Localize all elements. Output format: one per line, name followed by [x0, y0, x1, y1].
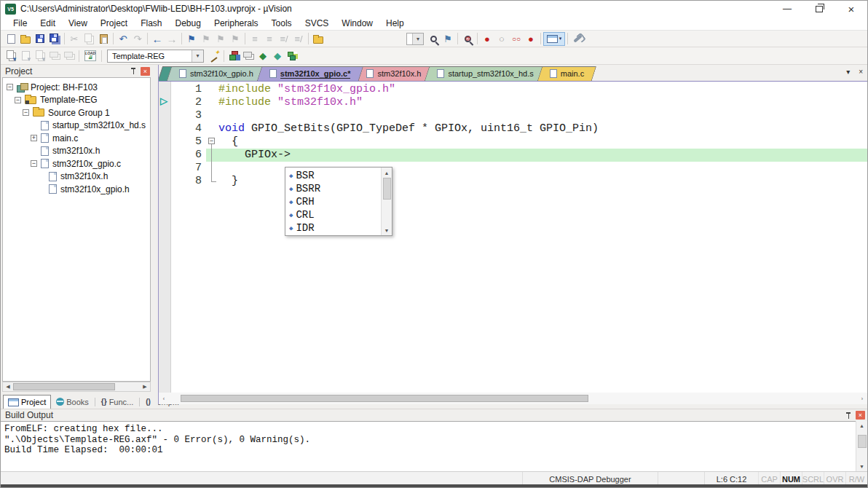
code-line[interactable]: 4void GPIO_SetBits(GPIO_TypeDef * GPIOx,…	[159, 122, 867, 135]
rebuild-button[interactable]: ▼	[33, 49, 47, 63]
tree-item[interactable]: stm32f10x.h	[3, 170, 150, 184]
configure-tools-button[interactable]	[570, 32, 585, 46]
find-button[interactable]	[460, 32, 475, 46]
scroll-down-icon[interactable]: ▼	[384, 225, 390, 235]
minimize-button[interactable]: —	[771, 1, 803, 17]
autocomplete-item[interactable]: ◆IDR	[285, 221, 381, 235]
kill-all-breakpoints-button[interactable]: ●	[524, 32, 538, 46]
insert-breakpoint-button[interactable]: ●	[480, 32, 494, 46]
redo-button[interactable]: ↷	[130, 32, 145, 46]
code-line[interactable]: 3	[159, 109, 867, 122]
autocomplete-item[interactable]: ◆CRH	[285, 195, 381, 208]
project-tree-hscrollbar[interactable]: ◀ ▶	[2, 382, 151, 392]
scroll-thumb[interactable]	[13, 383, 115, 390]
scroll-track[interactable]	[13, 382, 140, 391]
incremental-find-button[interactable]: ⚑	[441, 32, 455, 46]
panel-splitter[interactable]	[152, 65, 158, 409]
edit-config-button[interactable]	[311, 32, 326, 46]
menu-window[interactable]: Window	[335, 17, 379, 30]
workspace-tab-func[interactable]: {}Func...	[96, 395, 138, 409]
menu-help[interactable]: Help	[379, 17, 411, 30]
tree-item[interactable]: −Source Group 1	[3, 106, 150, 119]
build-button[interactable]: ▼	[18, 49, 33, 63]
workspace-tab-project[interactable]: Project	[3, 395, 51, 409]
download-button[interactable]: LOAD⇊	[82, 49, 99, 63]
scroll-track[interactable]	[169, 394, 857, 403]
scroll-up-icon[interactable]: ▲	[384, 168, 390, 178]
open-button[interactable]	[18, 32, 33, 46]
translate-button[interactable]: ▼	[4, 49, 18, 63]
manage-books-button[interactable]	[241, 49, 256, 63]
menu-flash[interactable]: Flash	[134, 17, 168, 30]
tree-item[interactable]: startup_stm32f10x_hd.s	[3, 119, 150, 133]
target-select[interactable]: Template-REG ▾	[107, 50, 204, 63]
file-extensions-button[interactable]	[285, 49, 299, 63]
code-line[interactable]: 7	[159, 162, 867, 175]
fold-marker[interactable]: −	[208, 138, 215, 144]
tab-close-icon[interactable]: ×	[859, 68, 863, 76]
prev-bookmark-button[interactable]: ⚑	[199, 32, 213, 46]
close-button[interactable]: ×	[835, 1, 867, 17]
navigate-forward-button[interactable]: →	[165, 32, 179, 46]
project-panel-close-button[interactable]: ×	[141, 67, 150, 76]
tree-item[interactable]: −Template-REG	[3, 94, 150, 107]
stop-build-button[interactable]	[62, 49, 76, 63]
menu-view[interactable]: View	[62, 17, 94, 30]
autocomplete-item[interactable]: ◆CRL	[285, 208, 381, 221]
toggle-bookmark-button[interactable]: ⚑	[184, 32, 199, 46]
debug-windows-button[interactable]: ▾	[543, 32, 565, 46]
code-line[interactable]: 8 }	[159, 175, 867, 188]
menu-peripherals[interactable]: Peripherals	[208, 17, 265, 30]
manage-project-items-button[interactable]: ◆	[256, 49, 270, 63]
file-tab[interactable]: startup_stm32f10x_hd.s	[427, 66, 543, 81]
scroll-up-icon[interactable]: ▲	[859, 421, 864, 430]
tree-item[interactable]: −Project: BH-F103	[3, 81, 150, 94]
tree-item[interactable]: +main.c	[3, 132, 150, 145]
find-in-files-button[interactable]	[426, 32, 441, 46]
save-button[interactable]	[33, 32, 47, 46]
menu-tools[interactable]: Tools	[265, 17, 299, 30]
code-line[interactable]: 2#include "stm32f10x.h"	[159, 96, 867, 109]
scroll-left-icon[interactable]: ◀	[3, 382, 13, 391]
new-file-button[interactable]	[4, 32, 18, 46]
disable-breakpoint-button[interactable]: ○	[494, 32, 509, 46]
pin-icon[interactable]	[845, 412, 852, 420]
code-line[interactable]: 1#include "stm32f10x_gpio.h"	[159, 83, 867, 96]
workspace-tab-books[interactable]: Books	[51, 395, 94, 409]
collapse-icon[interactable]: −	[15, 97, 21, 103]
menu-debug[interactable]: Debug	[169, 17, 208, 30]
cut-button[interactable]: ✂	[67, 32, 82, 46]
unindent-button[interactable]: ≡	[248, 32, 262, 46]
collapse-icon[interactable]: −	[31, 160, 37, 167]
autocomplete-item[interactable]: ◆BSRR	[285, 182, 381, 195]
find-text-combo[interactable]: ▾	[406, 33, 424, 45]
file-tab[interactable]: stm32f10x_gpio.h	[169, 66, 264, 81]
code-editor[interactable]: ▷ 1#include "stm32f10x_gpio.h"2#include …	[159, 82, 867, 393]
build-output-log[interactable]: FromELF: creating hex file...".\Objects\…	[1, 421, 867, 471]
scroll-right-icon[interactable]: ▶	[140, 382, 150, 391]
build-output-vscrollbar[interactable]: ▲ ▼	[856, 421, 867, 471]
collapse-icon[interactable]: −	[7, 84, 13, 90]
scroll-right-icon[interactable]: ›	[857, 394, 867, 403]
batch-build-button[interactable]	[47, 49, 62, 63]
menu-edit[interactable]: Edit	[33, 17, 62, 30]
expand-icon[interactable]: +	[31, 135, 37, 141]
tree-item[interactable]: −stm32f10x_gpio.c	[3, 157, 150, 170]
navigate-back-button[interactable]: ←	[150, 32, 165, 46]
autocomplete-scrollbar[interactable]: ▲ ▼	[381, 168, 392, 235]
manage-rte-button[interactable]	[226, 49, 241, 63]
collapse-icon[interactable]: −	[23, 109, 29, 116]
tree-item[interactable]: stm32f10x.h	[3, 145, 150, 158]
scroll-left-icon[interactable]: ‹	[159, 394, 169, 403]
indent-button[interactable]: ≡	[262, 32, 277, 46]
file-tab[interactable]: stm32f10x.h	[356, 66, 431, 81]
autocomplete-item[interactable]: ◆BSR	[285, 169, 381, 182]
menu-svcs[interactable]: SVCS	[299, 17, 336, 30]
build-output-close-button[interactable]: ×	[856, 411, 865, 420]
code-line[interactable]: 6 GPIOx->	[159, 149, 867, 162]
save-all-button[interactable]	[47, 32, 62, 46]
comment-button[interactable]: ≡/	[277, 32, 291, 46]
menu-project[interactable]: Project	[94, 17, 134, 30]
scroll-thumb[interactable]	[383, 178, 391, 200]
code-line[interactable]: 5 {	[159, 135, 867, 149]
